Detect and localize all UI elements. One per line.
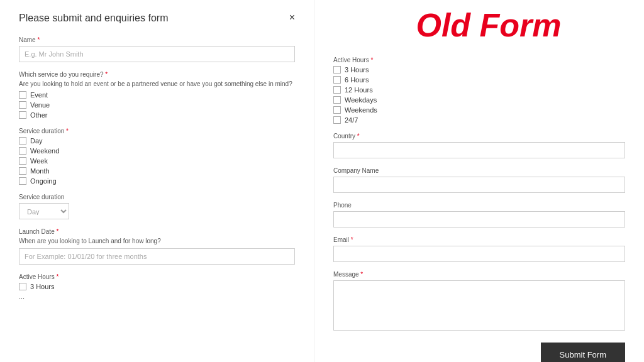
active-hours-right-group: Active Hours * 3 Hours 6 Hours 12 Hours: [333, 57, 625, 124]
left-panel: Please submit and enquiries form × Name …: [0, 0, 314, 362]
service-duration-check-label: Service duration *: [19, 128, 295, 134]
name-input[interactable]: [19, 46, 295, 62]
brand-title: Old Form: [333, 0, 644, 50]
country-field-group: Country *: [333, 133, 625, 158]
form-header: Please submit and enquiries form ×: [19, 13, 295, 24]
service-other-checkbox[interactable]: [19, 111, 26, 119]
launch-date-desc: When are you looking to Launch and for h…: [19, 238, 295, 244]
close-button[interactable]: ×: [289, 13, 295, 23]
active-weekends-checkbox[interactable]: [333, 106, 341, 114]
name-field-group: Name *: [19, 36, 295, 62]
message-label: Message *: [333, 271, 625, 278]
company-name-field-group: Company Name: [333, 167, 625, 193]
service-venue-checkbox[interactable]: [19, 101, 26, 109]
active-weekends-option[interactable]: Weekends: [333, 106, 625, 114]
name-label: Name *: [19, 36, 295, 43]
active-hours-left-options: 3 Hours ...: [19, 283, 295, 300]
active-hours-3-left-checkbox[interactable]: [19, 283, 26, 290]
phone-label: Phone: [333, 202, 625, 209]
active-3h-option[interactable]: 3 Hours: [333, 66, 625, 74]
service-other-option[interactable]: Other: [19, 111, 295, 119]
active-6h-option[interactable]: 6 Hours: [333, 76, 625, 84]
active-247-checkbox[interactable]: [333, 116, 341, 124]
active-hours-right-options: 3 Hours 6 Hours 12 Hours Weekdays Weeken…: [333, 66, 625, 124]
duration-day-checkbox[interactable]: [19, 137, 26, 145]
right-top: Old Form: [314, 0, 644, 57]
message-input[interactable]: [333, 280, 625, 331]
service-duration-select-label: Service duration: [19, 194, 295, 200]
active-247-option[interactable]: 24/7: [333, 116, 625, 124]
email-input[interactable]: [333, 246, 625, 262]
service-duration-options: Day Weekend Week Month Ongoing: [19, 137, 295, 185]
active-weekdays-checkbox[interactable]: [333, 96, 341, 104]
active-hours-left-label: Active Hours *: [19, 273, 295, 280]
active-weekdays-option[interactable]: Weekdays: [333, 96, 625, 104]
duration-month-checkbox[interactable]: [19, 167, 26, 175]
active-6h-checkbox[interactable]: [333, 76, 341, 84]
company-name-label: Company Name: [333, 167, 625, 174]
service-event-option[interactable]: Event: [19, 91, 295, 99]
active-hours-right-label: Active Hours *: [333, 57, 625, 63]
right-panel: Old Form Active Hours * 3 Hours 6 Hours: [314, 0, 644, 362]
launch-date-field-group: Launch Date * When are you looking to La…: [19, 228, 295, 265]
form-title: Please submit and enquiries form: [19, 13, 168, 24]
active-hours-left-group: Active Hours * 3 Hours ...: [19, 273, 295, 300]
duration-ongoing-checkbox[interactable]: [19, 177, 26, 185]
duration-day-option[interactable]: Day: [19, 137, 295, 145]
service-type-options: Event Venue Other: [19, 91, 295, 119]
duration-month-option[interactable]: Month: [19, 167, 295, 175]
service-venue-option[interactable]: Venue: [19, 101, 295, 109]
duration-ongoing-option[interactable]: Ongoing: [19, 177, 295, 185]
active-hours-3-left-option[interactable]: 3 Hours: [19, 283, 295, 290]
submit-button[interactable]: Submit Form: [541, 343, 625, 362]
phone-input[interactable]: [333, 211, 625, 228]
active-12h-checkbox[interactable]: [333, 86, 341, 94]
service-event-checkbox[interactable]: [19, 91, 26, 99]
service-duration-select[interactable]: Day Weekend Week Month Ongoing: [19, 203, 69, 219]
phone-field-group: Phone: [333, 202, 625, 228]
launch-date-label: Launch Date *: [19, 228, 295, 235]
right-form-area: Active Hours * 3 Hours 6 Hours 12 Hours: [314, 57, 644, 362]
message-field-group: Message *: [333, 271, 625, 332]
duration-week-option[interactable]: Week: [19, 157, 295, 165]
service-type-label: Which service do you require? *: [19, 71, 295, 78]
duration-week-checkbox[interactable]: [19, 157, 26, 165]
active-hours-ellipsis: ...: [19, 293, 295, 300]
company-name-input[interactable]: [333, 177, 625, 193]
duration-weekend-checkbox[interactable]: [19, 147, 26, 155]
country-input[interactable]: [333, 142, 625, 158]
service-duration-check-group: Service duration * Day Weekend Week Mont…: [19, 128, 295, 185]
active-12h-option[interactable]: 12 Hours: [333, 86, 625, 94]
launch-date-input[interactable]: [19, 248, 295, 265]
service-type-field-group: Which service do you require? * Are you …: [19, 71, 295, 119]
active-3h-checkbox[interactable]: [333, 66, 341, 74]
email-label: Email *: [333, 236, 625, 243]
country-label: Country *: [333, 133, 625, 140]
duration-weekend-option[interactable]: Weekend: [19, 147, 295, 155]
email-field-group: Email *: [333, 236, 625, 262]
service-type-desc: Are you looking to hold an event or be a…: [19, 80, 295, 87]
service-duration-select-group: Service duration Day Weekend Week Month …: [19, 194, 295, 219]
